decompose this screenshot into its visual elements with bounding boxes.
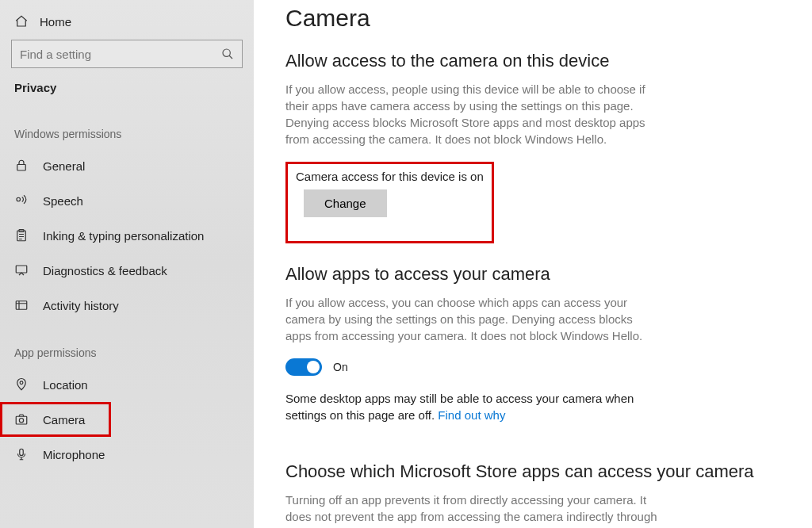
- lock-icon: [14, 159, 29, 173]
- toggle-state-label: On: [333, 361, 348, 373]
- activity-icon: [14, 298, 29, 312]
- search-input[interactable]: [20, 48, 221, 61]
- svg-rect-10: [20, 449, 24, 455]
- sidebar-item-microphone[interactable]: Microphone: [0, 437, 254, 472]
- location-icon: [14, 377, 29, 392]
- sidebar-item-diagnostics[interactable]: Diagnostics & feedback: [0, 253, 254, 288]
- feedback-icon: [14, 263, 29, 277]
- camera-icon: [14, 412, 29, 427]
- sidebar-item-general[interactable]: General: [0, 148, 254, 183]
- section-allow-device-title: Allow access to the camera on this devic…: [285, 51, 780, 71]
- page-title: Camera: [285, 5, 780, 32]
- svg-rect-5: [16, 266, 27, 273]
- sidebar-item-label: Camera: [43, 413, 85, 427]
- section-choose-apps-desc: Turning off an app prevents it from dire…: [285, 492, 658, 528]
- sidebar-item-label: Diagnostics & feedback: [43, 264, 167, 277]
- sidebar-item-speech[interactable]: Speech: [0, 183, 254, 218]
- device-access-status-highlight: Camera access for this device is on Chan…: [285, 162, 494, 243]
- group-windows-permissions: Windows permissions: [0, 104, 254, 148]
- section-allow-apps-title: Allow apps to access your camera: [285, 264, 780, 285]
- sidebar-item-label: Microphone: [43, 448, 105, 461]
- section-allow-apps-desc: If you allow access, you can choose whic…: [285, 294, 658, 344]
- home-nav[interactable]: Home: [0, 11, 254, 40]
- speech-icon: [14, 193, 29, 208]
- change-button[interactable]: Change: [304, 189, 387, 217]
- svg-point-0: [223, 49, 230, 56]
- sidebar-item-label: Location: [43, 378, 88, 392]
- svg-point-2: [17, 197, 21, 201]
- device-access-status: Camera access for this device is on: [296, 170, 484, 183]
- sidebar-item-inking[interactable]: Inking & typing personalization: [0, 218, 254, 253]
- desktop-apps-note: Some desktop apps may still be able to a…: [285, 390, 658, 423]
- microphone-icon: [14, 447, 29, 461]
- find-out-why-link[interactable]: Find out why: [438, 408, 505, 422]
- svg-rect-8: [16, 416, 27, 424]
- category-label: Privacy: [0, 81, 254, 104]
- svg-point-7: [20, 381, 23, 385]
- sidebar-item-camera[interactable]: Camera: [0, 402, 111, 437]
- svg-rect-6: [16, 301, 27, 310]
- sidebar-item-location[interactable]: Location: [0, 367, 254, 402]
- search-icon: [221, 48, 234, 60]
- apps-access-toggle[interactable]: [285, 358, 322, 376]
- home-label: Home: [40, 15, 71, 29]
- sidebar-item-activity[interactable]: Activity history: [0, 288, 254, 323]
- sidebar: Home Privacy Windows permissions General…: [0, 0, 254, 528]
- sidebar-item-label: Activity history: [43, 299, 119, 312]
- group-app-permissions: App permissions: [0, 323, 254, 367]
- section-choose-apps-title: Choose which Microsoft Store apps can ac…: [285, 461, 780, 482]
- sidebar-item-label: Inking & typing personalization: [43, 229, 204, 243]
- sidebar-item-label: Speech: [43, 194, 83, 208]
- apps-access-toggle-row: On: [285, 358, 780, 376]
- home-icon: [14, 14, 29, 29]
- section-allow-device-desc: If you allow access, people using this d…: [285, 81, 658, 147]
- svg-point-9: [19, 419, 23, 423]
- svg-rect-1: [17, 165, 26, 171]
- main-content: Camera Allow access to the camera on thi…: [254, 0, 812, 528]
- sidebar-item-label: General: [43, 159, 85, 173]
- search-input-container[interactable]: [11, 40, 243, 68]
- clipboard-icon: [14, 228, 29, 243]
